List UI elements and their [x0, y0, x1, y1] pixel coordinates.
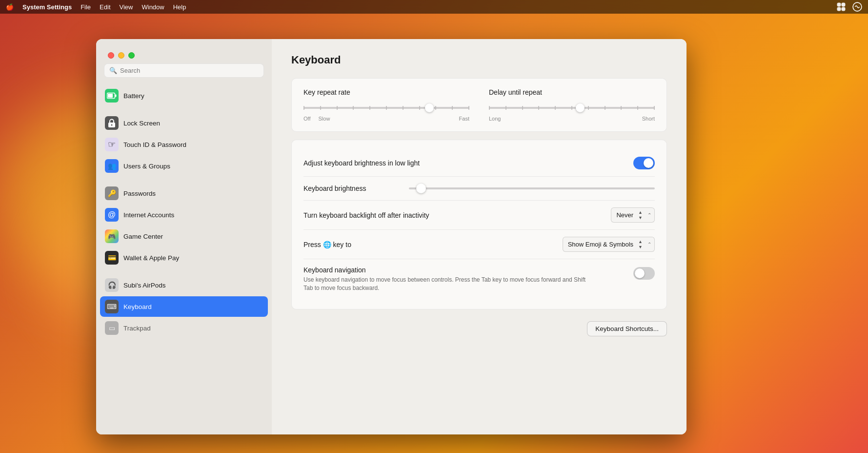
- sidebar-label-lockscreen: Lock Screen: [123, 120, 160, 127]
- svg-rect-3: [842, 7, 845, 11]
- sidebar-label-wallet: Wallet & Apple Pay: [123, 254, 179, 262]
- delay-repeat-slider[interactable]: [489, 103, 655, 113]
- control-center-icon[interactable]: [837, 2, 846, 11]
- search-icon: 🔍: [109, 67, 117, 74]
- sidebar-item-gamecenter[interactable]: 🎮 Game Center: [100, 226, 268, 247]
- keyboard-shortcuts-button[interactable]: Keyboard Shortcuts...: [587, 321, 667, 336]
- key-repeat-slow-label: Slow: [318, 116, 330, 122]
- adjust-brightness-row: Adjust keyboard brightness in low light: [303, 150, 655, 177]
- backlight-off-dropdown[interactable]: Never ▲ ▼: [611, 207, 655, 223]
- press-key-dropdown[interactable]: Show Emoji & Symbols ▲ ▼: [563, 237, 655, 252]
- delay-short-label: Short: [642, 116, 655, 122]
- backlight-off-label: Turn keyboard backlight off after inacti…: [303, 211, 611, 219]
- sidebar-item-trackpad[interactable]: ▭ Trackpad: [100, 318, 268, 338]
- close-button[interactable]: [108, 52, 114, 59]
- sidebar-label-passwords: Passwords: [123, 190, 156, 197]
- sidebar-item-passwords[interactable]: 🔑 Passwords: [100, 183, 268, 204]
- svg-rect-6: [108, 94, 113, 98]
- passwords-icon: 🔑: [105, 186, 119, 200]
- keyboard-brightness-row: Keyboard brightness: [303, 177, 655, 201]
- lockscreen-icon: [105, 116, 119, 130]
- key-repeat-card: Key repeat rate: [291, 78, 667, 132]
- sidebar-label-internet: Internet Accounts: [123, 211, 174, 219]
- menubar-view[interactable]: View: [120, 3, 133, 11]
- delay-long-label: Long: [489, 116, 501, 122]
- press-key-row: Press 🌐 key to Show Emoji & Symbols ▲ ▼: [303, 230, 655, 259]
- key-repeat-off-label: Off: [303, 116, 310, 122]
- maximize-button[interactable]: [128, 52, 135, 59]
- menubar-edit[interactable]: Edit: [100, 3, 110, 11]
- sidebar-label-keyboard: Keyboard: [123, 303, 152, 310]
- menubar-file[interactable]: File: [81, 3, 91, 11]
- press-key-label: Press 🌐 key to: [303, 241, 563, 248]
- sidebar-label-touchid: Touch ID & Password: [123, 141, 186, 148]
- menubar-help[interactable]: Help: [173, 3, 186, 11]
- users-icon: 👥: [105, 159, 119, 173]
- menubar-app-name[interactable]: System Settings: [22, 3, 72, 11]
- svg-point-9: [111, 124, 113, 126]
- keyboard-nav-row: Keyboard navigation Use keyboard navigat…: [303, 259, 655, 299]
- wallet-icon: 💳: [105, 251, 119, 265]
- keyboard-nav-toggle[interactable]: [633, 267, 655, 280]
- keyboard-nav-label: Keyboard navigation Use keyboard navigat…: [303, 266, 633, 292]
- svg-rect-0: [837, 3, 841, 6]
- sidebar-item-lockscreen[interactable]: Lock Screen: [100, 113, 268, 133]
- touchid-icon: ☞: [105, 138, 119, 151]
- delay-repeat-group: Delay until repeat: [489, 88, 655, 122]
- apple-menu[interactable]: 🍎: [6, 3, 14, 11]
- keyboard-nav-sub: Use keyboard navigation to move focus be…: [303, 276, 586, 292]
- keyboard-icon: ⌨: [105, 300, 119, 313]
- key-repeat-group: Key repeat rate: [303, 88, 469, 122]
- backlight-off-row: Turn keyboard backlight off after inacti…: [303, 201, 655, 230]
- sidebar: 🔍 Battery: [96, 39, 272, 434]
- menubar: 🍎 System Settings File Edit View Window …: [0, 0, 868, 14]
- battery-icon: [105, 89, 119, 103]
- menubar-window[interactable]: Window: [141, 3, 164, 11]
- siri-icon[interactable]: [852, 2, 862, 12]
- sidebar-label-battery: Battery: [123, 92, 144, 100]
- trackpad-icon: ▭: [105, 321, 119, 335]
- svg-rect-1: [842, 3, 845, 6]
- sidebar-item-battery[interactable]: Battery: [100, 85, 268, 106]
- minimize-button[interactable]: [118, 52, 124, 59]
- sidebar-item-wallet[interactable]: 💳 Wallet & Apple Pay: [100, 247, 268, 268]
- sidebar-item-touchid[interactable]: ☞ Touch ID & Password: [100, 134, 268, 155]
- globe-icon: 🌐: [323, 241, 331, 248]
- sidebar-label-trackpad: Trackpad: [123, 325, 151, 332]
- search-bar[interactable]: 🔍: [104, 63, 264, 78]
- key-repeat-label: Key repeat rate: [303, 88, 469, 96]
- internet-icon: @: [105, 208, 119, 222]
- keyboard-brightness-slider[interactable]: [409, 184, 655, 193]
- sidebar-item-users[interactable]: 👥 Users & Groups: [100, 156, 268, 176]
- airpods-icon: 🎧: [105, 278, 119, 292]
- system-settings-window: 🔍 Battery: [96, 39, 686, 434]
- keyboard-brightness-label: Keyboard brightness: [303, 185, 401, 192]
- keyboard-settings-card: Adjust keyboard brightness in low light …: [291, 140, 667, 309]
- svg-rect-7: [115, 95, 117, 97]
- adjust-brightness-label: Adjust keyboard brightness in low light: [303, 159, 633, 167]
- key-repeat-fast-label: Fast: [459, 116, 469, 122]
- page-title: Keyboard: [291, 54, 667, 66]
- main-content: Keyboard Key repeat rate: [272, 39, 686, 434]
- gamecenter-icon: 🎮: [105, 229, 119, 243]
- svg-rect-2: [837, 7, 841, 11]
- sidebar-list: Battery Lock Screen ☞ Tou: [96, 85, 272, 434]
- sidebar-item-internet[interactable]: @ Internet Accounts: [100, 205, 268, 225]
- sidebar-label-gamecenter: Game Center: [123, 233, 163, 240]
- sidebar-item-keyboard[interactable]: ⌨ Keyboard: [100, 296, 268, 317]
- sidebar-label-users: Users & Groups: [123, 163, 170, 170]
- search-input[interactable]: [120, 67, 259, 74]
- sidebar-label-airpods: Subi's AirPods: [123, 282, 166, 289]
- backlight-off-value: Never: [616, 211, 633, 219]
- sidebar-item-airpods[interactable]: 🎧 Subi's AirPods: [100, 275, 268, 295]
- key-repeat-slider[interactable]: [303, 103, 469, 113]
- adjust-brightness-toggle[interactable]: [633, 157, 655, 169]
- press-key-value: Show Emoji & Symbols: [568, 241, 633, 248]
- delay-repeat-label: Delay until repeat: [489, 88, 655, 96]
- traffic-lights: [108, 52, 135, 59]
